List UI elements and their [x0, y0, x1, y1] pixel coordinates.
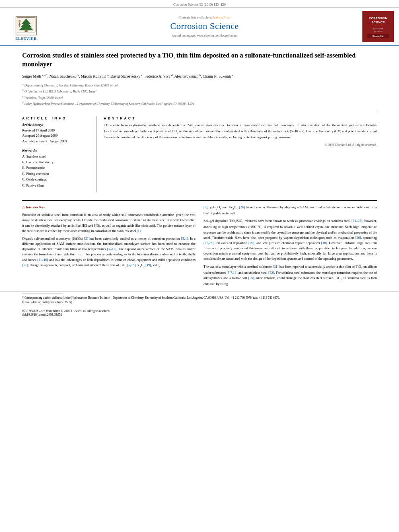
keyword-3: B. Potentiostatic: [22, 165, 91, 170]
received-date: Received 17 April 2009: [22, 128, 91, 134]
article-info-abstract-section: A R T I C L E I N F O Article history: R…: [22, 112, 377, 192]
issn-line: 0010-938X/$ – see front matter © 2009 El…: [22, 309, 377, 313]
elsevier-logo: ELSEVIER: [6, 12, 46, 41]
section1-heading: 1. Introduction: [22, 205, 195, 210]
journal-header: ELSEVIER Contents lists available at Sci…: [0, 8, 399, 46]
article-info-label: A R T I C L E I N F O: [22, 116, 91, 120]
body-para-4: Sol–gel deposited TiO2/SiO2 mixtures hav…: [204, 218, 377, 261]
body-text: 1. Introduction Protection of stainless …: [0, 205, 399, 289]
keyword-6: C. Passive films: [22, 183, 91, 188]
keywords-section: Keywords: A. Stainless steel B. Cyclic v…: [22, 148, 91, 189]
abstract-label: A B S T R A C T: [104, 116, 377, 120]
journal-homepage: journal homepage: www.elsevier.com/locat…: [172, 34, 237, 37]
bottom-bar: 0010-938X/$ – see front matter © 2009 El…: [0, 307, 399, 318]
footnote-divider: [22, 294, 62, 294]
body-col-left: 1. Introduction Protection of stainless …: [22, 205, 195, 289]
svg-text:Elsevier Ltd.: Elsevier Ltd.: [372, 35, 384, 37]
article-history: Article history: Received 17 April 2009 …: [22, 123, 91, 144]
article-title: Corrosion studies of stainless steel pro…: [22, 51, 377, 69]
keyword-2: B. Cyclic voltammetry: [22, 159, 91, 165]
elsevier-logo-area: ELSEVIER: [4, 11, 48, 42]
page: Corrosion Science 52 (2010) 125–129: [0, 0, 399, 532]
abstract-text: Thioacetate hexadecyltrimethyoxysilane w…: [104, 123, 377, 140]
body-para-5: The use of a monolayer with a terminal s…: [204, 264, 377, 287]
article-info-column: A R T I C L E I N F O Article history: R…: [22, 116, 97, 192]
body-col-right: [9], γ-Fe2O3 and Fe3O4 [20] have been sy…: [204, 205, 377, 289]
journal-topbar: Corrosion Science 52 (2010) 125–129: [0, 0, 399, 8]
corrosion-science-logo: CORROSION SCIENCE Vol. 52, 2010 pp. 125–…: [362, 11, 394, 42]
footnote-1: * Corresponding author. Address: Loker H…: [22, 296, 377, 300]
keyword-5: C. Oxide coatings: [22, 177, 91, 182]
journal-citation: Corrosion Science 52 (2010) 125–129: [173, 2, 226, 6]
body-para-2: Organic self-assembled monolayer (SAMs) …: [22, 236, 195, 269]
footnote-area: * Corresponding author. Address: Loker H…: [0, 292, 399, 305]
svg-rect-4: [25, 30, 27, 32]
journal-logo-area: CORROSION SCIENCE Vol. 52, 2010 pp. 125–…: [361, 11, 395, 42]
journal-title: Corrosion Science: [170, 21, 239, 31]
keyword-4: C. Pitting corrosion: [22, 171, 91, 177]
history-label: Article history:: [22, 123, 91, 127]
abstract-column: A B S T R A C T Thioacetate hexadecyltri…: [104, 116, 377, 192]
sciencedirect-link[interactable]: ScienceDirect: [212, 16, 230, 19]
svg-text:Vol. 52, 2010: Vol. 52, 2010: [373, 27, 383, 29]
sciencedirect-line: Contents lists available at ScienceDirec…: [179, 16, 230, 19]
elsevier-wordmark: ELSEVIER: [15, 37, 37, 41]
elsevier-tree-icon: [14, 16, 38, 36]
keywords-label: Keywords:: [22, 148, 91, 152]
footnote-2: E-mail address: meth@usc.edu (S. Meth).: [22, 300, 377, 304]
affiliations: a Department of Chemistry, Bar Ilan Univ…: [22, 82, 377, 107]
body-para-1: Protection of stainless steel from corro…: [22, 212, 195, 234]
svg-text:CORROSION: CORROSION: [369, 16, 387, 20]
journal-header-center: Contents lists available at ScienceDirec…: [51, 11, 358, 42]
accepted-date: Accepted 26 August 2009: [22, 133, 91, 139]
body-divider: [22, 200, 377, 201]
body-para-3: [9], γ-Fe2O3 and Fe3O4 [20] have been sy…: [204, 205, 377, 216]
available-date: Available online 31 August 2009: [22, 139, 91, 144]
article-content: Corrosion studies of stainless steel pro…: [0, 46, 399, 196]
doi-line: doi:10.1016/j.corsci.2009.08.052: [22, 313, 377, 316]
corrosion-logo-icon: CORROSION SCIENCE Vol. 52, 2010 pp. 125–…: [364, 12, 392, 42]
svg-text:SCIENCE: SCIENCE: [371, 20, 385, 24]
keyword-1: A. Stainless steel: [22, 154, 91, 159]
authors: Sérgio Meth a,d,*, Natali Savchenko b, M…: [22, 73, 377, 80]
svg-point-5: [19, 20, 21, 23]
copyright: © 2009 Elsevier Ltd. All rights reserved…: [104, 143, 377, 147]
svg-text:pp. 125–129: pp. 125–129: [374, 31, 382, 33]
